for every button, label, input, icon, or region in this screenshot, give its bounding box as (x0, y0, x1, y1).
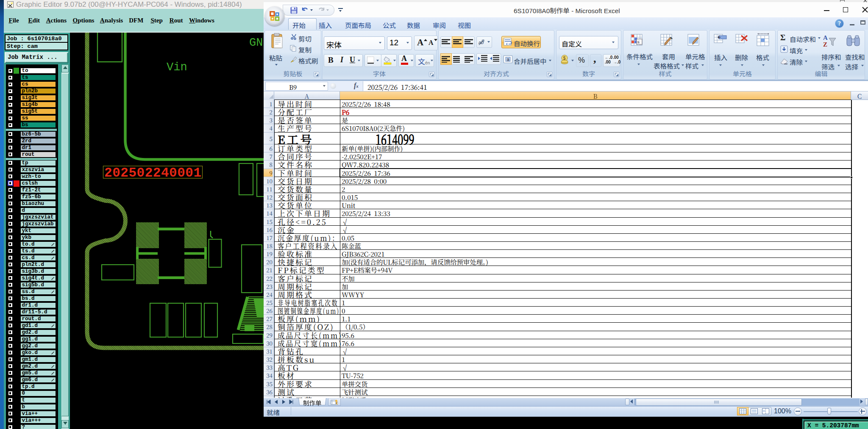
svg-text:GN: GN (249, 36, 263, 49)
svg-text:202502240001: 202502240001 (104, 166, 201, 180)
svg-text:Vin: Vin (167, 61, 187, 74)
